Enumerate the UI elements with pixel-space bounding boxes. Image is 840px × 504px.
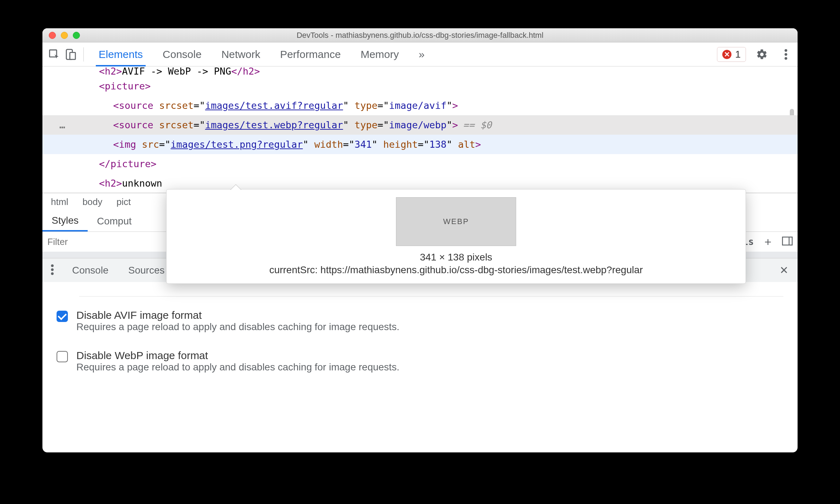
settings-gear-icon[interactable] [754, 46, 770, 63]
checkbox-disable-avif[interactable] [57, 311, 68, 322]
tab-console[interactable]: Console [153, 42, 211, 66]
inspect-element-icon[interactable] [46, 46, 62, 63]
tab-network[interactable]: Network [211, 42, 270, 66]
dom-line-h2-faded[interactable]: <h2>AVIF -> WebP -> PNG</h2> [42, 66, 798, 76]
tab-memory[interactable]: Memory [351, 42, 409, 66]
option-disable-avif-title: Disable AVIF image format [76, 309, 399, 321]
svg-point-5 [784, 57, 787, 60]
checkbox-disable-webp[interactable] [57, 351, 68, 362]
error-count: 1 [735, 49, 741, 60]
crumb-body[interactable]: body [75, 197, 109, 207]
image-preview-tooltip: WEBP 341 × 138 pixels currentSrc: https:… [166, 189, 746, 284]
drawer-tab-console[interactable]: Console [62, 258, 118, 282]
tooltip-dimensions: 341 × 138 pixels [420, 252, 492, 263]
option-disable-webp: Disable WebP image format Requires a pag… [57, 350, 783, 373]
option-disable-avif: Disable AVIF image format Requires a pag… [57, 309, 783, 333]
toolbar-divider [83, 47, 84, 61]
tabs-overflow[interactable]: » [409, 42, 434, 66]
svg-point-3 [784, 49, 787, 52]
dom-line-picture-open[interactable]: <picture> [42, 76, 798, 96]
window-title: DevTools - mathiasbynens.github.io/css-d… [42, 31, 798, 40]
svg-point-8 [51, 264, 54, 267]
dom-line-source-avif[interactable]: <source srcset="images/test.avif?regular… [42, 96, 798, 115]
error-icon: ✕ [722, 50, 731, 59]
tab-performance[interactable]: Performance [270, 42, 351, 66]
elements-dom-tree[interactable]: <h2>AVIF -> WebP -> PNG</h2> <picture> <… [42, 66, 798, 193]
main-menu-kebab-icon[interactable] [778, 46, 794, 63]
tooltip-current-src: currentSrc: https://mathiasbynens.github… [269, 264, 643, 276]
tooltip-thumbnail: WEBP [396, 197, 516, 246]
toggle-sidebar-icon[interactable] [777, 236, 798, 247]
dom-line-source-webp-selected[interactable]: <source srcset="images/test.webp?regular… [42, 115, 798, 135]
titlebar: DevTools - mathiasbynens.github.io/css-d… [42, 28, 798, 42]
svg-rect-6 [782, 237, 792, 245]
error-badge[interactable]: ✕ 1 [717, 47, 746, 62]
new-style-rule-icon[interactable]: + [759, 235, 777, 249]
crumb-html[interactable]: html [45, 197, 75, 207]
svg-point-4 [784, 53, 787, 56]
subtab-styles[interactable]: Styles [42, 211, 88, 232]
rendering-panel: Disable AVIF image format Requires a pag… [42, 282, 798, 452]
main-toolbar: Elements Console Network Performance Mem… [42, 42, 798, 66]
option-disable-webp-desc: Requires a page reload to apply and disa… [76, 362, 399, 373]
rendering-divider [79, 296, 783, 297]
svg-point-10 [51, 272, 54, 275]
crumb-picture[interactable]: pict [110, 197, 131, 207]
device-toolbar-icon[interactable] [62, 46, 78, 63]
drawer-kebab-icon[interactable] [42, 264, 62, 276]
devtools-window: DevTools - mathiasbynens.github.io/css-d… [42, 28, 798, 452]
dom-line-img-highlight[interactable]: <img src="images/test.png?regular" width… [42, 135, 798, 154]
svg-point-9 [51, 268, 54, 271]
styles-filter-input[interactable] [42, 232, 148, 252]
close-drawer-icon[interactable]: ✕ [770, 264, 798, 276]
dom-line-picture-close[interactable]: </picture> [42, 154, 798, 174]
panel-tabs: Elements Console Network Performance Mem… [89, 42, 434, 66]
svg-rect-2 [70, 52, 76, 59]
tab-elements[interactable]: Elements [89, 42, 153, 66]
subtab-computed[interactable]: Comput [88, 211, 141, 232]
option-disable-webp-title: Disable WebP image format [76, 350, 399, 362]
option-disable-avif-desc: Requires a page reload to apply and disa… [76, 321, 399, 333]
